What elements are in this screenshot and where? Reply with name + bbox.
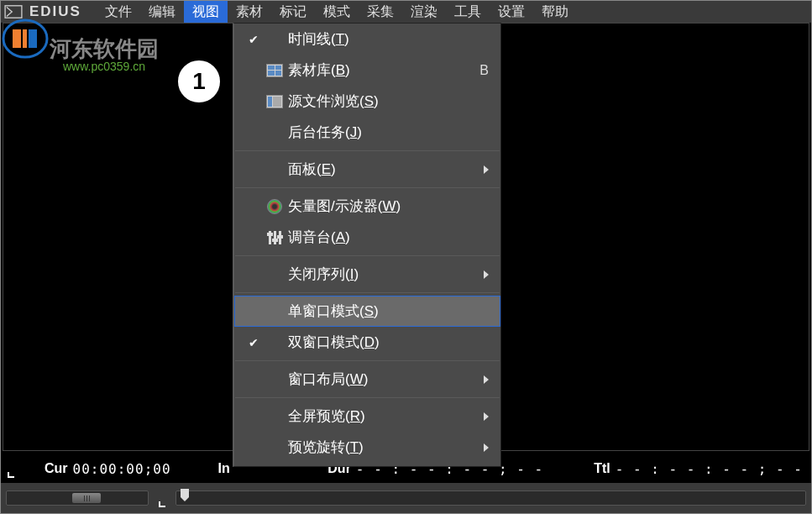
menu-item-时间线[interactable]: ✔时间线(T) [234,24,500,55]
menu-item-窗口布局[interactable]: 窗口布局(W) [234,364,500,395]
menu-separator [235,150,500,151]
icon-slot [263,231,286,244]
icon-slot [263,199,286,214]
submenu-arrow-icon [484,375,489,384]
bin-icon [266,64,283,77]
in-point-icon [159,489,165,507]
menu-label: 窗口布局(W) [286,370,489,389]
menu-label: 面板(E) [286,160,489,179]
check-slot: ✔ [244,33,263,46]
svg-rect-2 [13,29,21,48]
menu-编辑[interactable]: 编辑 [140,1,184,24]
bottom-bar [1,483,811,513]
mixer-icon [269,231,281,244]
shuttle-slider[interactable] [6,490,149,506]
menu-label: 时间线(T) [286,29,489,49]
menu-帮助[interactable]: 帮助 [533,1,577,24]
menu-separator [235,255,500,256]
browser-icon [266,95,283,108]
icon-slot [263,64,286,77]
submenu-arrow-icon [484,165,489,174]
menu-工具[interactable]: 工具 [446,1,490,24]
cur-value: 00:00:00;00 [73,461,171,477]
menu-label: 关闭序列(I) [286,265,489,284]
menu-label: 素材库(B) [286,60,479,80]
menu-separator [235,360,500,361]
menu-item-矢量图/示波器[interactable]: 矢量图/示波器(W) [234,191,500,222]
menu-采集[interactable]: 采集 [359,1,402,24]
menu-item-单窗口模式[interactable]: 单窗口模式(S) [234,296,500,327]
view-menu-dropdown: ✔时间线(T)素材库(B)B源文件浏览(S)后台任务(J)面板(E)矢量图/示波… [233,23,501,467]
menubar: EDIUS 文件编辑视图素材标记模式采集渲染工具设置帮助 [1,1,811,23]
checkmark-icon: ✔ [249,33,259,46]
submenu-arrow-icon [484,270,489,279]
ttl-label: Ttl [594,461,610,476]
menu-label: 全屏预览(R) [286,406,489,426]
menu-separator [235,292,500,293]
playhead[interactable] [181,489,189,497]
menu-item-全屏预览[interactable]: 全屏预览(R) [234,401,500,432]
menu-视图[interactable]: 视图 [184,1,228,24]
timeline-scrubber[interactable] [175,490,806,506]
menu-item-双窗口模式[interactable]: ✔双窗口模式(D) [234,327,500,358]
submenu-arrow-icon [484,443,489,452]
vectorscope-icon [267,199,282,214]
menu-item-调音台[interactable]: 调音台(A) [234,222,500,253]
menu-label: 矢量图/示波器(W) [286,197,489,216]
shortcut: B [479,63,489,78]
in-label: In [218,461,230,476]
check-slot: ✔ [244,336,263,349]
watermark: 河东软件园 www.pc0359.cn [1,18,50,63]
menu-item-关闭序列[interactable]: 关闭序列(I) [234,259,500,290]
menu-文件[interactable]: 文件 [97,1,140,24]
icon-slot [263,95,286,108]
svg-rect-3 [23,29,27,48]
submenu-arrow-icon [484,412,489,421]
menu-item-源文件浏览[interactable]: 源文件浏览(S) [234,86,500,117]
menu-item-后台任务[interactable]: 后台任务(J) [234,117,500,148]
menu-渲染[interactable]: 渲染 [402,1,446,24]
checkmark-icon: ✔ [249,336,259,349]
menu-item-预览旋转[interactable]: 预览旋转(T) [234,432,500,463]
callout-1: 1 [175,58,223,105]
shuttle-thumb[interactable] [72,493,101,503]
menu-label: 后台任务(J) [286,123,489,142]
menu-设置[interactable]: 设置 [490,1,533,24]
menu-item-素材库[interactable]: 素材库(B)B [234,55,500,86]
ttl-value: - - : - - : - - ; - - [616,461,803,477]
watermark-url: www.pc0359.cn [63,60,145,73]
menu-标记[interactable]: 标记 [271,1,315,24]
svg-rect-4 [29,29,37,48]
menu-label: 调音台(A) [286,228,489,247]
bracket-icon [8,459,14,478]
cur-label: Cur [45,461,68,476]
menu-separator [235,187,500,188]
menu-label: 双窗口模式(D) [286,333,489,352]
menu-label: 单窗口模式(S) [286,302,489,321]
menu-素材[interactable]: 素材 [228,1,271,24]
menu-label: 源文件浏览(S) [286,92,489,111]
menu-separator [235,397,500,398]
menu-label: 预览旋转(T) [286,438,489,457]
menu-item-面板[interactable]: 面板(E) [234,154,500,185]
menu-模式[interactable]: 模式 [315,1,359,24]
